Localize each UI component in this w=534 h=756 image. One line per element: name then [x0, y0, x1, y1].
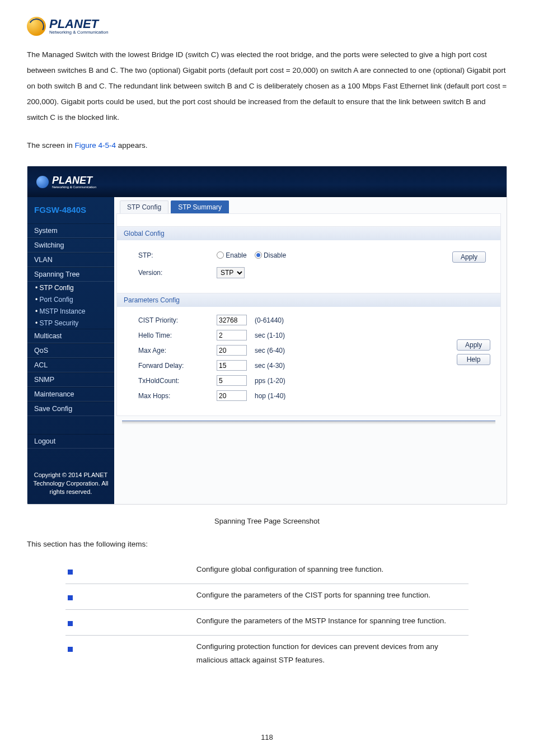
- logo-brand: PLANET: [49, 18, 108, 30]
- max-age-input[interactable]: [217, 345, 247, 356]
- bullet-icon: [68, 647, 73, 652]
- nav-mstp-instance[interactable]: MSTP Instance: [27, 305, 114, 317]
- bullet-icon: [68, 621, 73, 626]
- params-config-header: Parameters Config: [117, 293, 500, 307]
- shadow-icon: [122, 421, 495, 424]
- banner-brand: PLANET: [52, 175, 92, 186]
- stp-disable-label: Disable: [264, 251, 286, 259]
- table-row: Configure the parameters of the MSTP Ins…: [65, 610, 469, 636]
- nav-stp-config-label: STP Config: [40, 284, 74, 292]
- sidebar-copyright: Copyright © 2014 PLANET Technology Corpo…: [27, 471, 114, 496]
- tab-stp-summary[interactable]: STP Summary: [171, 200, 229, 213]
- nav-logout[interactable]: Logout: [27, 434, 114, 449]
- txholdcount-label: TxHoldCount:: [138, 377, 217, 385]
- screenshot-figure: PLANET Networking & Communication FGSW-4…: [27, 166, 507, 505]
- items-intro: This section has the following items:: [27, 540, 507, 548]
- nav-save-config[interactable]: Save Config: [27, 402, 114, 416]
- banner-tagline: Networking & Communication: [52, 185, 96, 189]
- max-age-label: Max Age:: [138, 347, 217, 354]
- logo-mark-icon: [27, 17, 46, 36]
- global-apply-button[interactable]: Apply: [452, 251, 486, 263]
- logo-tagline: Networking & Communication: [49, 30, 108, 35]
- content-pane: STP Config STP Summary Global Config STP…: [114, 197, 507, 504]
- nav-stp-security-label: STP Security: [40, 319, 79, 327]
- nav-port-config-label: Port Config: [40, 296, 73, 304]
- ref-prefix: The screen in: [27, 141, 75, 150]
- items-table: Configure global configuration of spanni…: [65, 558, 469, 671]
- nav-system[interactable]: System: [27, 223, 114, 238]
- hello-time-label: Hello Time:: [138, 332, 217, 339]
- table-row: Configure global configuration of spanni…: [65, 558, 469, 584]
- item-term: [88, 584, 194, 610]
- tab-stp-config[interactable]: STP Config: [120, 200, 168, 213]
- nav-vlan[interactable]: VLAN: [27, 253, 114, 267]
- item-desc: Configure the parameters of the CIST por…: [194, 584, 469, 610]
- figure-caption: Spanning Tree Page Screenshot: [27, 517, 507, 525]
- nav-port-config[interactable]: Port Config: [27, 293, 114, 305]
- forward-delay-label: Forward Delay:: [138, 362, 217, 370]
- cist-priority-input[interactable]: [217, 315, 247, 325]
- item-desc: Configure global configuration of spanni…: [194, 558, 469, 584]
- page-header-logo: PLANET Networking & Communication: [27, 17, 507, 36]
- model-label: FGSW-4840S: [27, 203, 114, 223]
- banner-logo-icon: [36, 176, 49, 188]
- txholdcount-hint: pps (1-20): [255, 377, 285, 385]
- table-row: Configure the parameters of the CIST por…: [65, 584, 469, 610]
- screenshot-banner: PLANET Networking & Communication: [27, 166, 507, 197]
- nav-multicast[interactable]: Multicast: [27, 329, 114, 343]
- nav-switching[interactable]: Switching: [27, 238, 114, 253]
- stp-enable-radio[interactable]: [217, 251, 224, 259]
- stp-label: STP:: [138, 251, 217, 259]
- nav-mstp-instance-label: MSTP Instance: [40, 307, 86, 315]
- stp-disable-radio[interactable]: [255, 251, 262, 259]
- version-label: Version:: [138, 269, 217, 277]
- global-config-header: Global Config: [117, 226, 500, 240]
- item-term: [88, 610, 194, 636]
- item-term: [88, 558, 194, 584]
- hello-time-hint: sec (1-10): [255, 332, 285, 339]
- page-number: 118: [27, 733, 507, 741]
- bullet-icon: [68, 570, 73, 575]
- nav-maintenance[interactable]: Maintenance: [27, 387, 114, 402]
- txholdcount-input[interactable]: [217, 375, 247, 386]
- forward-delay-hint: sec (4-30): [255, 362, 285, 370]
- forward-delay-input[interactable]: [217, 360, 247, 371]
- nav-stp-config[interactable]: STP Config: [27, 282, 114, 293]
- ref-suffix: appears.: [116, 141, 147, 150]
- figure-reference: The screen in Figure 4-5-4 appears.: [27, 138, 507, 153]
- max-age-hint: sec (6-40): [255, 347, 285, 354]
- params-help-button[interactable]: Help: [457, 354, 490, 365]
- version-select[interactable]: STP: [217, 267, 245, 278]
- item-desc: Configure the parameters of the MSTP Ins…: [194, 610, 469, 636]
- nav-spanning-tree[interactable]: Spanning Tree: [27, 267, 114, 282]
- nav-stp-security[interactable]: STP Security: [27, 317, 114, 329]
- table-row: Configuring protection function for devi…: [65, 636, 469, 672]
- max-hops-input[interactable]: [217, 390, 247, 401]
- nav-acl[interactable]: ACL: [27, 358, 114, 372]
- max-hops-label: Max Hops:: [138, 392, 217, 400]
- params-apply-button[interactable]: Apply: [457, 339, 490, 351]
- nav-qos[interactable]: QoS: [27, 343, 114, 358]
- item-term: [88, 636, 194, 672]
- stp-enable-label: Enable: [226, 251, 246, 259]
- sidebar: FGSW-4840S System Switching VLAN Spannin…: [27, 197, 114, 504]
- hello-time-input[interactable]: [217, 330, 247, 340]
- bullet-icon: [68, 595, 73, 600]
- nav-snmp[interactable]: SNMP: [27, 372, 114, 387]
- cist-priority-hint: (0-61440): [255, 316, 284, 324]
- figure-link[interactable]: Figure 4-5-4: [75, 141, 116, 150]
- intro-paragraph: The Managed Switch with the lowest Bridg…: [27, 47, 507, 125]
- max-hops-hint: hop (1-40): [255, 392, 285, 400]
- cist-priority-label: CIST Priority:: [138, 316, 217, 324]
- item-desc: Configuring protection function for devi…: [194, 636, 469, 672]
